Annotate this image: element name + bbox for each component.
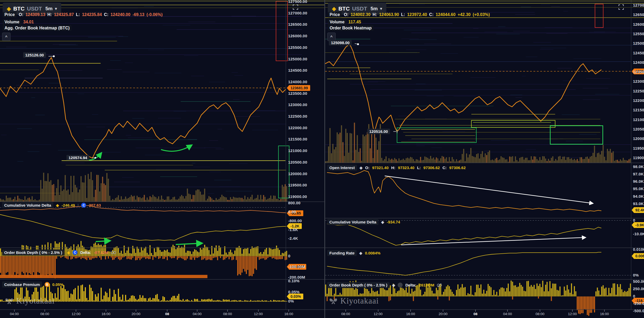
binance-icon: ◈ bbox=[360, 166, 363, 170]
oi-pane-header: Open Interest ◈ O:97321.40 H:97323.40 L:… bbox=[327, 165, 466, 171]
time-axis-label: 12:00 bbox=[254, 312, 263, 316]
fullscreen-button[interactable] bbox=[617, 3, 625, 11]
trading-dashboard: ◈ BTCUSDT 5m ▾ Price O:124309.13 H:12432… bbox=[0, 0, 644, 318]
watermark-text: Kiyotakaai bbox=[16, 296, 55, 306]
price-chart-left[interactable] bbox=[0, 0, 324, 318]
delta-key: Delta: bbox=[405, 283, 416, 287]
axis-label: 123500.00 bbox=[288, 91, 307, 96]
panel-left: ◈ BTCUSDT 5m ▾ Price O:124309.13 H:12432… bbox=[0, 0, 324, 318]
low-value: 124235.84 bbox=[82, 12, 102, 17]
axis-label: 98.0K bbox=[633, 164, 644, 169]
axis-label: 127000.00 bbox=[633, 3, 644, 7]
change-value: -69.13 bbox=[132, 12, 144, 17]
price-chart-right[interactable] bbox=[325, 0, 644, 318]
axis-label: 0% bbox=[288, 299, 294, 303]
price-label: Price bbox=[3, 12, 17, 18]
binance-icon: ◈ bbox=[332, 6, 336, 11]
axis-label: 124000.00 bbox=[633, 60, 644, 65]
axis-label: 125500.00 bbox=[633, 32, 644, 36]
interval-label: 5m bbox=[45, 6, 53, 12]
coinbase-icon: C bbox=[81, 203, 86, 208]
axis-label: 124000.00 bbox=[288, 80, 307, 84]
axis-label: 0.05% bbox=[288, 290, 300, 294]
axis-label: 126000.00 bbox=[288, 34, 307, 38]
cvd-binance-value: -246.49 bbox=[61, 203, 75, 207]
l-key: L: bbox=[76, 12, 80, 17]
oi-close: 97306.62 bbox=[449, 165, 466, 170]
axis-label: 94.0K bbox=[633, 194, 644, 199]
c-key: C: bbox=[443, 165, 447, 170]
axis-label: 0 bbox=[633, 218, 635, 222]
axis-label: -1.6K bbox=[288, 227, 298, 232]
c-key: C: bbox=[429, 12, 434, 17]
volume-label: Volume bbox=[3, 19, 21, 25]
time-axis-label: 12:00 bbox=[374, 312, 383, 316]
axis-label: 121000.00 bbox=[288, 148, 307, 153]
unlink-icon[interactable] bbox=[437, 283, 442, 287]
bitcoin-icon: B bbox=[45, 282, 50, 287]
time-axis-label: 12:00 bbox=[71, 312, 80, 316]
axis-label: 800.00 bbox=[288, 201, 300, 205]
volume-row-left: Volume 34.01 bbox=[3, 19, 34, 25]
axis-label: 121000.00 bbox=[633, 117, 644, 122]
exchange-icon bbox=[398, 283, 403, 288]
time-axis-label: 04:00 bbox=[503, 312, 512, 316]
fullscreen-button[interactable] bbox=[292, 3, 299, 11]
binance-icon: ◈ bbox=[381, 220, 384, 224]
price-ohlc-row-right: Price O:124002.30 H:124063.90 L:123972.4… bbox=[328, 12, 490, 18]
axis-label: 127500.00 bbox=[288, 0, 307, 4]
delta-key: Delta: bbox=[80, 250, 91, 255]
binance-icon: ◈ bbox=[7, 6, 11, 11]
open-value: 124002.30 bbox=[351, 12, 371, 17]
time-axis-label: 08 bbox=[474, 312, 477, 316]
cvd-pane-header-left: Cumulative Volume Delta ◈ -246.49 | C 20… bbox=[2, 202, 101, 208]
axis-label: 0 bbox=[288, 254, 290, 258]
axis-label: -500.00M bbox=[633, 309, 644, 313]
price-ohlc-row-left: Price O:124309.13 H:124325.87 L:124235.8… bbox=[3, 12, 163, 18]
axis-label: -2.4K bbox=[288, 236, 298, 241]
binance-icon: ◈ bbox=[56, 203, 59, 207]
o-key: O: bbox=[19, 12, 23, 17]
divider: | bbox=[77, 203, 79, 207]
axis-label: -800.00 bbox=[288, 218, 302, 223]
obd-title: Order Book Depth ( 0% - 2.5% ) bbox=[2, 249, 64, 256]
time-axis-label: 16:00 bbox=[406, 312, 415, 316]
axis-label: 123500.00 bbox=[633, 70, 644, 74]
butterfly-logo-icon bbox=[5, 297, 14, 305]
time-axis-label: 20:00 bbox=[132, 312, 141, 316]
link-icon[interactable] bbox=[111, 251, 116, 254]
axis-label: 120000.00 bbox=[633, 136, 644, 141]
cvd-pane-header-right: Cumulative Volume Delta ◈ -934.74 bbox=[327, 219, 400, 225]
collapse-button[interactable]: ^ bbox=[2, 33, 11, 41]
funding-pane-header: Funding Rate ◈ 0.0084% bbox=[327, 250, 381, 256]
axis-label: 126500.00 bbox=[288, 22, 307, 27]
time-axis-label: 16:00 bbox=[600, 312, 609, 316]
h-key: H: bbox=[48, 12, 52, 17]
axis-label: 122500.00 bbox=[288, 114, 307, 118]
price-badge: 123681.99 bbox=[287, 85, 310, 91]
oi-badge: 92.4K bbox=[632, 207, 644, 213]
watermark: Kiyotakaai bbox=[329, 296, 379, 306]
heatmap-label: Agg. Order Book Heatmap (BTC) bbox=[3, 25, 71, 31]
axis-label: 93.0K bbox=[633, 201, 644, 206]
axis-label: 125500.00 bbox=[288, 45, 307, 50]
axis-label: 0.10% bbox=[288, 279, 300, 283]
o-key: O: bbox=[344, 12, 349, 17]
heatmap-row-left: Agg. Order Book Heatmap (BTC) bbox=[3, 25, 71, 31]
axis-label: 121500.00 bbox=[633, 108, 644, 112]
axis-label: 0% bbox=[633, 273, 639, 277]
axis-label: 122000.00 bbox=[633, 98, 644, 103]
symbol-base: BTC bbox=[13, 6, 24, 12]
oi-low: 97306.62 bbox=[423, 165, 440, 170]
axis-label: -250.00M bbox=[633, 301, 644, 306]
time-axis-label: 12:00 bbox=[568, 312, 577, 316]
axis-label: 127000.00 bbox=[288, 11, 307, 15]
premium-pane-header-left: Coinbase Premium B 0.05% bbox=[2, 281, 63, 288]
axis-label: -100.00M bbox=[288, 264, 305, 269]
time-axis-label: 16:00 bbox=[284, 312, 293, 316]
chevron-down-icon: ▾ bbox=[55, 6, 57, 11]
axis-label: 0 bbox=[633, 294, 635, 298]
high-value: 124325.87 bbox=[54, 12, 74, 17]
time-axis-label: 08:00 bbox=[536, 312, 544, 316]
axis-label: 119500.00 bbox=[288, 183, 307, 187]
